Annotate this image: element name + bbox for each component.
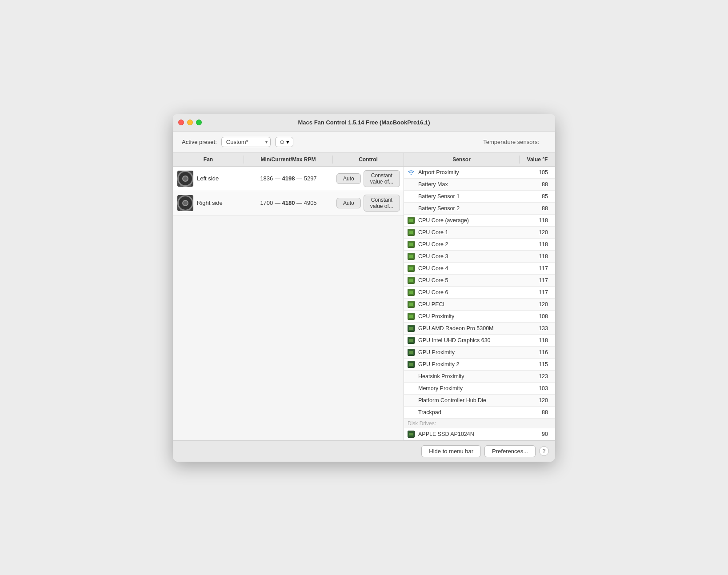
- window-title: Macs Fan Control 1.5.14 Free (MacBookPro…: [298, 119, 430, 126]
- preset-select[interactable]: Custom* Default Silent Performance: [221, 137, 271, 147]
- sensor-identity: CPU Core 1: [408, 229, 516, 236]
- fan-rpm: 1700 — 4180 — 4905: [244, 200, 333, 206]
- hide-to-menu-bar-button[interactable]: Hide to menu bar: [421, 445, 481, 457]
- sensor-value: 120: [516, 301, 552, 307]
- sensor-panel: Sensor Value °F Airport Proxim: [404, 153, 555, 440]
- sensor-name: Platform Controller Hub Die: [418, 397, 486, 403]
- sensor-row: Battery Sensor 1 85: [404, 191, 555, 203]
- sensor-value: 103: [516, 385, 552, 391]
- gpu-icon: [408, 337, 415, 344]
- sensor-col-name: Sensor: [404, 156, 520, 164]
- empty-icon: [408, 373, 415, 380]
- fan-constant-button[interactable]: Constant value of...: [364, 170, 400, 187]
- traffic-lights: [178, 120, 202, 125]
- sensor-name: CPU Core 4: [418, 265, 448, 272]
- sensor-name: CPU Core 1: [418, 229, 448, 236]
- sensor-row: CPU Core (average) 118: [404, 215, 555, 227]
- svg-point-19: [179, 198, 185, 204]
- sensor-value: 120: [516, 229, 552, 236]
- svg-point-17: [184, 204, 187, 209]
- help-button[interactable]: ?: [539, 446, 549, 456]
- svg-point-18: [179, 202, 185, 208]
- svg-point-1: [179, 172, 192, 185]
- close-button[interactable]: [178, 120, 184, 125]
- sensor-identity: Platform Controller Hub Die: [408, 397, 516, 404]
- sensor-identity: APPLE SSD AP1024N: [408, 431, 516, 438]
- fan-icon: [177, 171, 193, 187]
- sensor-identity: CPU Core (average): [408, 217, 516, 224]
- svg-rect-21: [180, 209, 191, 211]
- fan-auto-button[interactable]: Auto: [336, 173, 361, 184]
- disk-icon: [408, 431, 415, 438]
- fan-constant-button[interactable]: Constant value of...: [364, 195, 400, 212]
- emoji-icon: ☺: [279, 139, 285, 145]
- sensor-row: Heatsink Proximity 123: [404, 371, 555, 383]
- sensor-row: GPU Intel UHD Graphics 630 118: [404, 335, 555, 347]
- svg-point-14: [184, 197, 187, 202]
- sensor-name: CPU Core 6: [418, 289, 448, 295]
- svg-point-4: [185, 174, 192, 180]
- svg-rect-0: [177, 171, 193, 187]
- fan-panel: Fan Min/Current/Max RPM Control: [173, 153, 404, 440]
- svg-point-15: [185, 198, 192, 204]
- svg-point-9: [184, 177, 187, 180]
- sensor-identity: Memory Proximity: [408, 385, 516, 392]
- svg-point-8: [179, 174, 185, 180]
- cpu-icon: [408, 289, 415, 296]
- sensor-row: GPU Proximity 116: [404, 347, 555, 359]
- fan-controls: Auto Constant value of...: [333, 195, 404, 212]
- sensor-identity: GPU AMD Radeon Pro 5300M: [408, 325, 516, 332]
- sensor-identity: GPU Intel UHD Graphics 630: [408, 337, 516, 344]
- sensor-value: 116: [516, 349, 552, 355]
- svg-rect-10: [180, 185, 191, 186]
- sensor-row: Trackpad 88: [404, 407, 555, 419]
- preset-select-wrapper: Custom* Default Silent Performance ▾: [221, 137, 271, 147]
- fan-col-fan: Fan: [173, 156, 244, 164]
- sensor-value: 123: [516, 373, 552, 379]
- cpu-icon: [408, 301, 415, 308]
- sensor-row: CPU Core 2 118: [404, 239, 555, 251]
- sensor-list: Airport Proximity 105 Battery Max 88: [404, 167, 555, 440]
- sensor-name: Airport Proximity: [418, 169, 459, 176]
- svg-point-2: [184, 177, 187, 180]
- sensor-identity: Battery Max: [408, 181, 516, 188]
- sensor-identity: CPU Core 3: [408, 253, 516, 260]
- sensor-value: 90: [516, 431, 552, 437]
- sensor-identity: CPU Core 5: [408, 277, 516, 284]
- preferences-button[interactable]: Preferences...: [484, 445, 536, 457]
- sensor-name: Battery Sensor 1: [418, 193, 460, 200]
- sensor-value: 120: [516, 397, 552, 403]
- maximize-button[interactable]: [196, 120, 202, 125]
- cpu-icon: [408, 253, 415, 260]
- sensor-identity: GPU Proximity: [408, 349, 516, 356]
- fan-identity: Left side: [173, 171, 244, 187]
- svg-point-20: [184, 202, 187, 204]
- empty-icon: [408, 205, 415, 212]
- sensor-row: GPU AMD Radeon Pro 5300M 133: [404, 323, 555, 335]
- fan-list: Left side 1836 — 4198 — 5297 Auto Consta…: [173, 167, 404, 440]
- svg-point-12: [179, 197, 192, 209]
- sensor-identity: CPU Proximity: [408, 313, 516, 320]
- sensor-value: 105: [516, 169, 552, 176]
- svg-point-7: [179, 177, 185, 183]
- fan-auto-button[interactable]: Auto: [336, 198, 361, 208]
- sensor-name: CPU Proximity: [418, 313, 454, 319]
- fan-name: Left side: [197, 175, 219, 182]
- bottom-bar: Hide to menu bar Preferences... ?: [173, 440, 555, 462]
- sensor-identity: Airport Proximity: [408, 169, 516, 176]
- sensor-identity: Heatsink Proximity: [408, 373, 516, 380]
- gpu-icon: [408, 325, 415, 332]
- sensor-name: CPU Core 5: [418, 277, 448, 284]
- sensor-name: GPU Intel UHD Graphics 630: [418, 337, 491, 343]
- fan-icon: [177, 195, 193, 211]
- sensor-name: GPU Proximity: [418, 349, 455, 355]
- empty-icon: [408, 181, 415, 188]
- sensor-value: 118: [516, 217, 552, 224]
- sensor-name: Trackpad: [418, 409, 441, 415]
- fan-col-control: Control: [333, 156, 404, 164]
- fan-panel-header: Fan Min/Current/Max RPM Control: [173, 153, 404, 167]
- minimize-button[interactable]: [187, 120, 193, 125]
- cpu-icon: [408, 241, 415, 248]
- sensor-name: CPU PECI: [418, 301, 444, 307]
- emoji-button[interactable]: ☺ ▾: [275, 137, 293, 147]
